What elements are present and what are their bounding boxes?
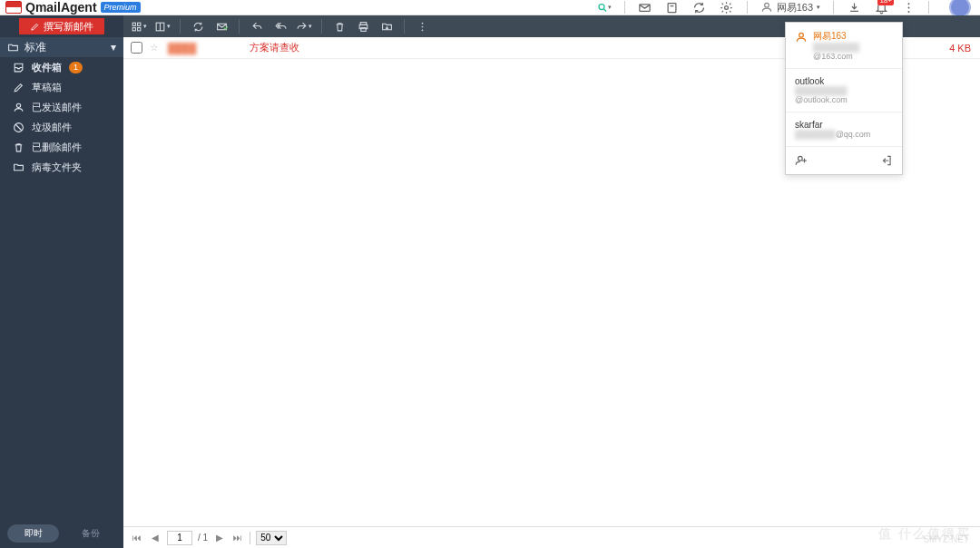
notification-badge: 18+ — [877, 0, 894, 5]
account-email: █████████@outlook.com — [795, 86, 893, 104]
svg-point-5 — [725, 5, 729, 9]
bell-icon[interactable]: 18+ — [874, 0, 888, 15]
mail-checkbox[interactable] — [131, 42, 142, 54]
account-name: skarfar — [795, 120, 893, 130]
search-icon[interactable]: ▾ — [597, 0, 612, 15]
svg-point-10 — [16, 103, 20, 107]
account-name: outlook — [795, 76, 893, 86]
svg-rect-15 — [132, 27, 135, 30]
account-item[interactable]: outlook █████████@outlook.com — [786, 69, 902, 113]
sidebar-item-label: 垃圾邮件 — [32, 121, 72, 134]
app-logo-icon — [5, 1, 22, 14]
reply-button[interactable] — [247, 17, 267, 35]
add-account-icon[interactable] — [795, 154, 808, 167]
compose-label: 撰写新邮件 — [44, 20, 93, 34]
mail-size: 4 KB — [935, 43, 980, 54]
compose-button[interactable]: 撰写新邮件 — [19, 18, 104, 34]
account-item[interactable]: skarfar ███████@qq.com — [786, 113, 902, 147]
more-icon[interactable] — [901, 0, 916, 15]
pager-last-button[interactable]: ⏭ — [231, 532, 244, 544]
pager-next-button[interactable]: ▶ — [213, 532, 226, 544]
account-dropdown: 网易163 ████████@163.com outlook █████████… — [785, 22, 903, 175]
svg-point-9 — [907, 10, 909, 12]
pagination-bar: ⏮ ◀ / 1 ▶ ⏭ 50 — [123, 526, 980, 548]
sidebar-item-label: 收件箱 — [32, 61, 62, 74]
svg-rect-16 — [138, 27, 141, 30]
tab-instant[interactable]: 即时 — [7, 524, 59, 543]
pager-size-select[interactable]: 50 — [256, 531, 287, 545]
pager-prev-button[interactable]: ◀ — [149, 532, 162, 544]
star-icon[interactable]: ☆ — [150, 42, 162, 54]
pager-total: / 1 — [198, 533, 208, 543]
download-icon[interactable] — [847, 0, 861, 15]
tab-backup[interactable]: 备份 — [64, 524, 116, 543]
account-email: ███████@qq.com — [795, 130, 893, 139]
logo-area: QmailAgent Premium — [0, 0, 141, 15]
app-header: QmailAgent Premium ▾ 网易163 ▾ 18+ — [0, 0, 980, 15]
sidebar-item-spam[interactable]: 垃圾邮件 — [0, 117, 123, 137]
pager-first-button[interactable]: ⏮ — [131, 532, 143, 544]
gear-icon[interactable] — [720, 0, 734, 15]
premium-badge: Premium — [101, 2, 141, 13]
mail-icon[interactable] — [638, 0, 652, 15]
chevron-down-icon: ▾ — [111, 41, 116, 54]
svg-point-26 — [799, 33, 804, 37]
account-label: 网易163 — [777, 1, 813, 15]
print-button[interactable] — [353, 17, 373, 35]
svg-rect-3 — [668, 3, 676, 12]
sidebar-item-trash[interactable]: 已删除邮件 — [0, 137, 123, 157]
sidebar-item-label: 草稿箱 — [32, 81, 62, 94]
delete-button[interactable] — [329, 17, 349, 35]
move-button[interactable] — [377, 17, 397, 35]
svg-line-12 — [15, 124, 22, 131]
sidebar-item-drafts[interactable]: 草稿箱 — [0, 77, 123, 97]
inbox-count: 1 — [69, 62, 83, 73]
logout-icon[interactable] — [880, 154, 893, 167]
sidebar-item-sent[interactable]: 已发送邮件 — [0, 97, 123, 117]
account-item[interactable]: 网易163 ████████@163.com — [786, 23, 902, 69]
sidebar-item-virus[interactable]: 病毒文件夹 — [0, 157, 123, 177]
account-selector[interactable]: 网易163 ▾ — [760, 1, 820, 15]
view-grid-button[interactable]: ▾ — [129, 17, 149, 35]
svg-line-1 — [603, 9, 606, 12]
svg-rect-13 — [132, 23, 135, 25]
folder-group-standard[interactable]: 标准 ▾ — [0, 37, 123, 57]
app-title: QmailAgent — [25, 0, 97, 15]
refresh-button[interactable] — [188, 17, 208, 35]
sidebar-item-label: 已删除邮件 — [32, 141, 82, 154]
view-list-button[interactable]: ▾ — [152, 17, 172, 35]
mark-read-button[interactable] — [211, 17, 231, 35]
sidebar-item-label: 病毒文件夹 — [32, 161, 82, 174]
svg-point-8 — [907, 6, 909, 8]
mail-sender: ████ — [168, 43, 250, 54]
forward-button[interactable]: ▾ — [294, 17, 314, 35]
sidebar-item-inbox[interactable]: 收件箱 1 — [0, 57, 123, 77]
sidebar: 撰写新邮件 标准 ▾ 收件箱 1 草稿箱 已发送邮件 — [0, 15, 123, 548]
sync-icon[interactable] — [692, 0, 707, 15]
account-name: 网易163 — [813, 30, 893, 43]
more-actions-button[interactable] — [412, 17, 432, 35]
folder-group-label: 标准 — [24, 40, 46, 55]
archive-icon[interactable] — [665, 0, 680, 15]
account-email: ████████@163.com — [813, 43, 893, 61]
reply-all-button[interactable] — [270, 17, 290, 35]
svg-rect-14 — [138, 23, 141, 25]
svg-point-7 — [907, 3, 909, 5]
svg-point-25 — [421, 29, 423, 31]
svg-point-24 — [421, 25, 423, 27]
svg-point-6 — [764, 3, 769, 7]
sidebar-item-label: 已发送邮件 — [32, 101, 82, 114]
svg-point-23 — [421, 22, 423, 24]
svg-point-27 — [799, 156, 803, 161]
pager-page-input[interactable] — [167, 531, 192, 545]
svg-point-0 — [599, 4, 604, 9]
